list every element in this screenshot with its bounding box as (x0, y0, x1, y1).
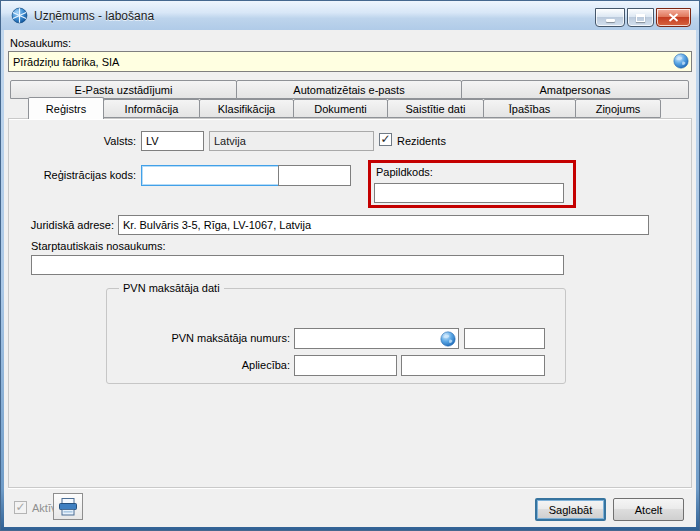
company-name-input[interactable] (8, 51, 692, 72)
aktivs-checkbox (14, 501, 27, 514)
papildkods-input[interactable] (374, 183, 564, 203)
vat-number2-input[interactable] (464, 328, 545, 349)
tab-registrs[interactable]: Reģistrs (28, 97, 104, 119)
vat-group: PVN maksātāja dati PVN maksātāja numurs: (106, 288, 566, 384)
rezidents-label: Rezidents (397, 135, 446, 147)
close-icon (668, 13, 679, 22)
vat-cert2-input[interactable] (401, 355, 545, 376)
sphere-app-icon (11, 7, 28, 24)
tab-zinojums[interactable]: Ziņojums (575, 99, 661, 118)
dialog-window: Uzņēmums - labošana Nosaukums: (0, 0, 700, 531)
vat-cert2-field (401, 355, 545, 376)
globe-icon[interactable] (673, 53, 689, 69)
vat-number2-field (464, 328, 545, 349)
minimize-button[interactable] (595, 8, 625, 27)
rezidents-checkbox[interactable] (379, 133, 392, 146)
vat-group-label: PVN maksātāja dati (119, 282, 224, 294)
vat-cert-input[interactable] (294, 355, 397, 376)
intl-name-label: Starptautiskais nosaukums: (31, 240, 166, 252)
vat-cert-label: Apliecība: (107, 359, 290, 371)
tab-dokumenti[interactable]: Dokumenti (293, 99, 388, 118)
tab-informacija[interactable]: Informācija (103, 99, 200, 118)
save-button[interactable]: Saglabāt (535, 498, 606, 521)
vat-cert-field (294, 355, 397, 376)
country-name-display: Latvija (209, 131, 374, 151)
country-label: Valsts: (9, 135, 136, 147)
reg-code-label: Reģistrācijas kods: (9, 169, 136, 181)
window-title: Uzņēmums - labošana (34, 9, 154, 23)
cancel-button[interactable]: Atcelt (613, 498, 684, 521)
print-button[interactable] (53, 493, 83, 520)
tab-amatpersonas[interactable]: Amatpersonas (461, 80, 689, 99)
legal-address-input[interactable] (118, 215, 649, 235)
papildkods-label: Papildkods: (376, 166, 433, 178)
vat-number-label: PVN maksātāja numurs: (107, 332, 290, 344)
company-name-label: Nosaukums: (10, 37, 71, 49)
printer-icon (57, 497, 79, 517)
reg-code2-input[interactable] (278, 165, 351, 186)
vat-number-field (294, 328, 459, 349)
tab-panel-registrs: Valsts: Latvija Rezidents Reģistrācijas … (8, 118, 692, 488)
tab-automatizetais-epasts[interactable]: Automatizētais e-pasts (236, 80, 462, 99)
company-name-field (8, 51, 692, 72)
country-code-input[interactable] (141, 131, 204, 151)
titlebar[interactable]: Uzņēmums - labošana (1, 1, 699, 30)
dialog-content: Nosaukums: E-Pasta uzstādījumi Automa (4, 30, 696, 527)
tab-row-bottom: Reģistrs Informācija Klasifikācija Dokum… (28, 99, 660, 118)
maximize-icon (636, 14, 645, 22)
tab-ipasibas[interactable]: Īpašības (483, 99, 576, 118)
globe-icon[interactable] (440, 331, 456, 347)
tab-saistitie-dati[interactable]: Saistītie dati (387, 99, 484, 118)
minimize-icon (606, 19, 615, 22)
reg-code-input[interactable] (141, 165, 282, 186)
tab-row-top: E-Pasta uzstādījumi Automatizētais e-pas… (10, 80, 688, 99)
tab-klasifikacija[interactable]: Klasifikācija (199, 99, 294, 118)
maximize-button[interactable] (627, 8, 654, 27)
window-controls (595, 8, 691, 27)
legal-address-label: Juridiskā adrese: (9, 219, 114, 231)
vat-number-input[interactable] (294, 328, 459, 349)
intl-name-input[interactable] (31, 255, 564, 275)
close-button[interactable] (656, 8, 691, 27)
